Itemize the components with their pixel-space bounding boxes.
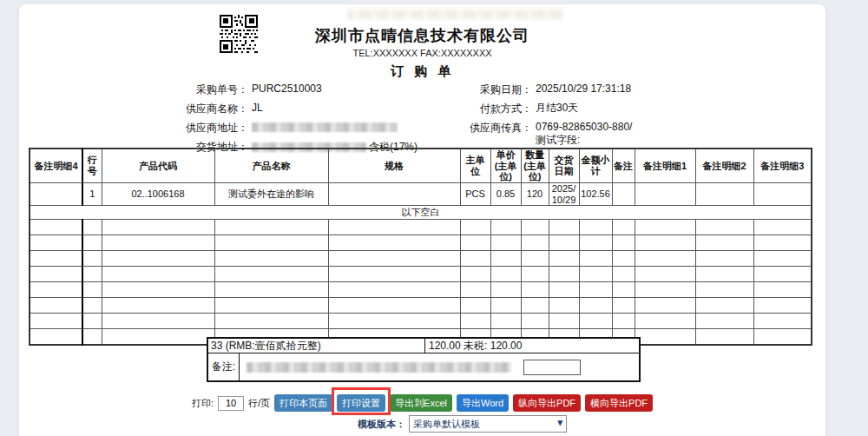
totals-row: 33 (RMB:壹佰贰拾元整) 120.00 未税: 120.00	[208, 339, 639, 353]
empty-table-row	[30, 298, 812, 314]
order-items-table: 备注明细4行号产品代码产品名称规格主单位单价(主单位)数量(主单位)交货日期金额…	[29, 148, 812, 346]
table-cell	[102, 235, 214, 251]
supplier-name-label: 供应商名称：	[174, 102, 248, 116]
supplier-fax-value: 0769-82865030-880/测试字段:	[536, 121, 638, 147]
column-header: 备注明细4	[30, 149, 82, 182]
blank-below-note: 以下空白	[30, 206, 812, 220]
top-watermark-text	[347, 10, 564, 19]
table-cell	[30, 251, 82, 267]
table-cell	[753, 298, 812, 314]
table-cell	[460, 314, 490, 329]
redacted-supplier-address	[252, 122, 398, 132]
empty-table-row	[30, 267, 812, 282]
table-cell	[328, 251, 460, 267]
payment-terms-row: 付款方式： 月结30天	[457, 102, 666, 116]
table-cell	[549, 314, 579, 329]
table-cell	[549, 298, 579, 314]
table-cell	[695, 182, 753, 205]
column-header: 行号	[82, 149, 102, 182]
table-cell	[82, 298, 102, 314]
table-cell	[635, 314, 695, 329]
table-cell	[214, 298, 328, 314]
document-title: 订 购 单	[19, 63, 825, 80]
table-cell	[102, 329, 214, 345]
table-cell	[490, 314, 521, 329]
empty-table-row	[30, 235, 812, 251]
table-cell: 02..1006168	[102, 182, 214, 205]
column-header: 主单位	[460, 149, 490, 182]
table-cell	[460, 251, 490, 267]
column-header: 产品代码	[102, 149, 214, 182]
remark-extra-box	[523, 360, 581, 375]
table-cell	[82, 282, 102, 298]
table-cell	[214, 220, 328, 235]
table-cell	[579, 298, 612, 314]
annotated-button-wrap: 打印设置	[337, 394, 385, 412]
table-cell	[635, 329, 695, 345]
print-page-button[interactable]: 打印本页面	[274, 394, 332, 412]
supplier-address-label: 供应商地址：	[174, 121, 248, 135]
table-cell	[82, 267, 102, 282]
company-name: 深圳市点晴信息技术有限公司	[19, 25, 825, 46]
table-cell	[695, 314, 753, 329]
table-cell	[30, 329, 82, 345]
template-version-label: 模板版本：	[358, 418, 405, 431]
print-settings-button[interactable]: 打印设置	[337, 394, 385, 412]
export-excel-button[interactable]: 导出到Excel	[390, 394, 452, 412]
table-cell	[612, 220, 635, 235]
table-cell	[635, 235, 695, 251]
table-cell	[753, 182, 812, 205]
supplier-fax-row: 供应商传真： 0769-82865030-880/测试字段:	[457, 121, 666, 147]
table-cell	[521, 220, 549, 235]
template-version-select[interactable]: 采购单默认模板	[409, 415, 567, 433]
redacted-remark-text	[247, 362, 511, 373]
table-cell	[490, 282, 521, 298]
export-pdf-landscape-button[interactable]: 横向导出PDF	[585, 394, 653, 412]
table-cell	[214, 235, 328, 251]
template-version-row: 模板版本： 采购单默认模板 ▾	[19, 415, 825, 433]
export-word-button[interactable]: 导出Word	[457, 394, 509, 412]
export-pdf-portrait-button[interactable]: 纵向导出PDF	[513, 394, 581, 412]
table-cell	[102, 282, 214, 298]
table-cell: 0.85	[490, 182, 521, 205]
po-number-value: PURC2510003	[252, 83, 322, 95]
table-cell	[30, 282, 82, 298]
order-info-right: 采购日期： 2025/10/29 17:31:18 付款方式： 月结30天 供应…	[457, 83, 666, 151]
column-header: 交货日期	[549, 149, 579, 182]
column-header: 产品名称	[214, 149, 328, 182]
remark-row: 备注:	[208, 353, 639, 380]
table-cell: 102.56	[579, 182, 612, 205]
table-cell	[82, 329, 102, 345]
column-header: 金额小计	[579, 149, 612, 182]
rows-per-page-input[interactable]	[218, 396, 244, 411]
table-cell	[695, 282, 753, 298]
table-cell	[579, 235, 612, 251]
column-header: 备注明细1	[635, 149, 695, 182]
table-cell	[612, 182, 635, 205]
table-cell: 1	[82, 182, 102, 205]
table-cell: 120	[521, 182, 549, 205]
po-number-row: 采购单号： PURC2510003	[174, 83, 425, 97]
table-cell	[328, 298, 460, 314]
table-cell	[460, 267, 490, 282]
table-cell	[635, 220, 695, 235]
table-cell	[328, 220, 460, 235]
table-cell	[30, 314, 82, 329]
table-cell	[102, 267, 214, 282]
table-cell	[753, 329, 812, 345]
table-cell	[460, 282, 490, 298]
table-cell	[635, 298, 695, 314]
table-cell	[579, 220, 612, 235]
table-cell	[490, 220, 521, 235]
table-cell	[549, 282, 579, 298]
po-number-label: 采购单号：	[174, 83, 248, 97]
table-cell	[612, 251, 635, 267]
table-cell	[460, 220, 490, 235]
table-cell	[635, 267, 695, 282]
table-cell	[521, 267, 549, 282]
supplier-name-value: JL	[252, 102, 263, 114]
table-cell	[82, 220, 102, 235]
remark-label: 备注:	[208, 353, 240, 380]
table-cell	[490, 298, 521, 314]
table-cell	[549, 251, 579, 267]
